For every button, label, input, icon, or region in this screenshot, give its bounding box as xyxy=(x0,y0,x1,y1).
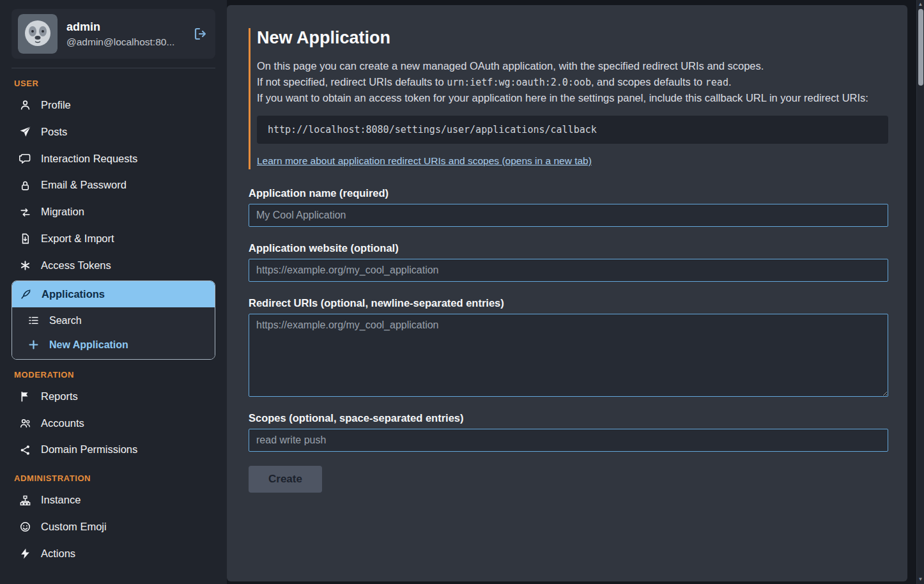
sidebar-item-actions[interactable]: Actions xyxy=(12,541,215,567)
user-handle: @admin@localhost:80... xyxy=(66,36,183,48)
moderation-nav: Reports Accounts Domain Permissions xyxy=(12,383,215,463)
sidebar-item-label: Custom Emoji xyxy=(41,521,107,534)
main-content: New Application On this page you can cre… xyxy=(227,0,916,584)
intro-line-2-text: If not specified, redirect URIs defaults… xyxy=(257,76,447,88)
sidebar-item-label: Profile xyxy=(41,99,71,112)
oob-code: urn:ietf:wg:oauth:2.0:oob xyxy=(447,77,591,88)
sidebar-item-label: Export & Import xyxy=(41,233,114,245)
scrollbar[interactable]: ▲ ▼ xyxy=(916,0,924,584)
new-application-panel: New Application On this page you can cre… xyxy=(227,5,907,581)
sidebar-item-reports[interactable]: Reports xyxy=(12,383,215,410)
user-name: admin xyxy=(66,20,183,34)
create-button[interactable]: Create xyxy=(249,466,322,493)
users-icon xyxy=(19,417,31,429)
plus-icon xyxy=(27,339,40,351)
scopes-input[interactable] xyxy=(249,429,888,452)
smiley-icon xyxy=(19,521,31,533)
application-name-label: Application name (required) xyxy=(249,187,888,199)
sidebar-item-posts[interactable]: Posts xyxy=(12,119,215,146)
scrollbar-down-arrow[interactable]: ▼ xyxy=(917,575,924,584)
sidebar-item-label: Domain Permissions xyxy=(41,443,137,456)
user-nav: Profile Posts Interaction Requests Email… xyxy=(12,92,215,360)
sidebar-item-label: Email & Password xyxy=(41,179,127,192)
read-code: read xyxy=(705,77,728,88)
user-card[interactable]: admin @admin@localhost:80... xyxy=(12,9,215,59)
sidebar-item-new-application[interactable]: New Application xyxy=(12,333,215,357)
sidebar-item-custom-emoji[interactable]: Custom Emoji xyxy=(12,514,215,541)
sloth-avatar-image xyxy=(18,14,58,54)
sidebar-item-label: Access Tokens xyxy=(41,259,111,272)
sidebar-item-label: Search xyxy=(49,314,82,327)
section-header-administration: ADMINISTRATION xyxy=(14,473,213,483)
application-website-input[interactable] xyxy=(249,259,888,282)
sidebar-item-export-import[interactable]: Export & Import xyxy=(12,226,215,252)
sidebar-item-label: Reports xyxy=(41,390,78,403)
sidebar-item-applications[interactable]: Applications xyxy=(12,281,215,308)
applications-group: Applications Search New Application xyxy=(12,280,215,360)
sidebar-item-label: Actions xyxy=(41,548,75,560)
scrollbar-thumb[interactable] xyxy=(918,9,923,86)
redirect-uris-textarea[interactable] xyxy=(249,314,888,397)
avatar xyxy=(18,14,58,54)
logout-icon[interactable] xyxy=(192,26,209,42)
docs-link[interactable]: Learn more about application redirect UR… xyxy=(257,155,592,167)
sidebar-item-interaction-requests[interactable]: Interaction Requests xyxy=(12,146,215,173)
sidebar-item-label: Migration xyxy=(41,206,84,219)
sidebar-item-label: Posts xyxy=(41,126,67,139)
share-nodes-icon xyxy=(19,444,31,456)
user-icon xyxy=(19,99,31,111)
lock-icon xyxy=(19,180,31,192)
sidebar-item-label: Accounts xyxy=(41,417,84,430)
callback-url-codeblock: http://localhost:8080/settings/user/appl… xyxy=(257,116,888,144)
divider xyxy=(12,68,215,68)
sidebar-item-profile[interactable]: Profile xyxy=(12,92,215,119)
sidebar-item-domain-permissions[interactable]: Domain Permissions xyxy=(12,436,215,463)
swap-arrows-icon xyxy=(19,206,31,219)
sidebar-item-search[interactable]: Search xyxy=(12,309,215,332)
sidebar-item-label: Instance xyxy=(41,494,81,507)
file-export-icon xyxy=(19,233,31,245)
sidebar-item-migration[interactable]: Migration xyxy=(12,199,215,226)
user-meta: admin @admin@localhost:80... xyxy=(66,20,183,48)
feather-icon xyxy=(20,288,32,300)
sidebar-item-email-password[interactable]: Email & Password xyxy=(12,172,215,199)
intro-line-2-text: . xyxy=(728,76,732,88)
sidebar-item-label: Interaction Requests xyxy=(41,153,137,165)
administration-nav: Instance Custom Emoji Actions xyxy=(12,487,215,567)
list-icon xyxy=(27,314,40,327)
sitemap-icon xyxy=(19,495,31,507)
intro-block: New Application On this page you can cre… xyxy=(249,28,888,169)
section-header-user: USER xyxy=(14,79,213,88)
sidebar-item-label: Applications xyxy=(42,288,105,301)
flag-icon xyxy=(19,390,31,403)
new-application-form: Application name (required) Application … xyxy=(249,187,888,493)
scrollbar-up-arrow[interactable]: ▲ xyxy=(917,0,924,9)
sidebar-item-access-tokens[interactable]: Access Tokens xyxy=(12,252,215,279)
redirect-uris-label: Redirect URIs (optional, newline-separat… xyxy=(249,297,888,309)
bolt-icon xyxy=(19,548,31,560)
sidebar-item-accounts[interactable]: Accounts xyxy=(12,410,215,437)
scopes-label: Scopes (optional, space-separated entrie… xyxy=(249,412,888,424)
intro-line-1: On this page you can create a new manage… xyxy=(257,58,888,74)
sidebar-item-instance[interactable]: Instance xyxy=(12,487,215,514)
application-name-input[interactable] xyxy=(249,204,888,227)
applications-submenu: Search New Application xyxy=(12,307,215,358)
intro-line-2: If not specified, redirect URIs defaults… xyxy=(257,74,888,90)
section-header-moderation: MODERATION xyxy=(14,370,213,380)
sidebar: admin @admin@localhost:80... USER Profil… xyxy=(0,0,227,584)
intro-line-2-text: , and scopes defaults to xyxy=(591,76,705,88)
comment-icon xyxy=(19,153,31,165)
application-website-label: Application website (optional) xyxy=(249,242,888,254)
intro-line-3: If you want to obtain an access token fo… xyxy=(257,90,888,106)
asterisk-icon xyxy=(19,259,31,272)
page-title: New Application xyxy=(257,28,888,48)
sidebar-item-label: New Application xyxy=(49,339,128,351)
paper-plane-icon xyxy=(19,126,31,138)
